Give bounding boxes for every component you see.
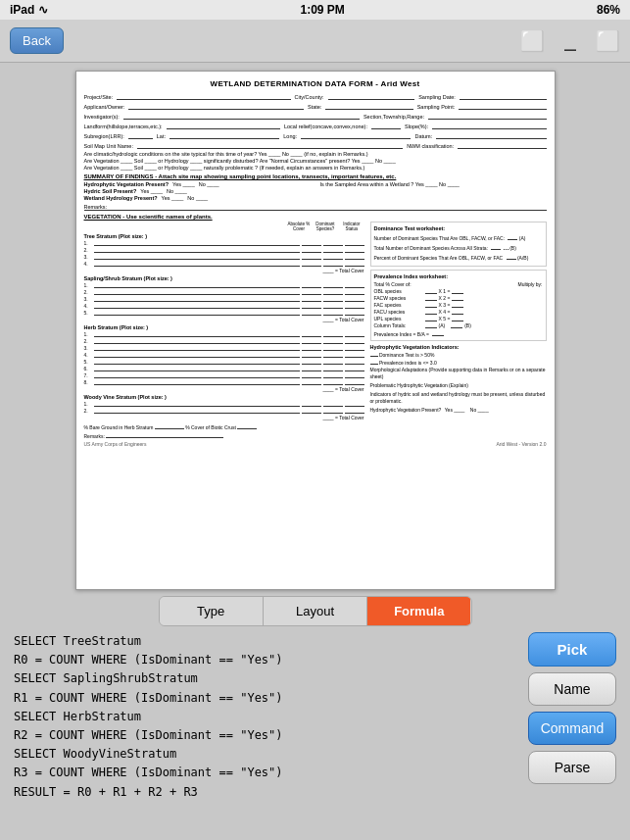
prev-30: Prevalence index is <= 3.0 (379, 360, 437, 366)
formula-line-5: SELECT HerbStratum (14, 708, 518, 726)
formula-line-2: R0 = COUNT WHERE (IsDominant == "Yes") (14, 651, 518, 669)
percent-dominant-text: Percent of Dominant Species That Are OBL… (374, 255, 504, 261)
document-title: WETLAND DETERMINATION DATA FORM - Arid W… (84, 79, 547, 88)
sapling-cover-1 (302, 282, 321, 288)
veg-headers: Absolute % Cover Dominant Species? Indic… (84, 222, 364, 231)
tree-num-1: 1. (84, 240, 92, 246)
climatic-row: Are climatic/hydrologic conditions on th… (84, 151, 547, 157)
hydrophytic-label: Hydrophytic Vegetation Present? (84, 181, 170, 187)
indicators-note: Indicators of hydric soil and wetland hy… (370, 391, 547, 405)
wetland-no: No ____ (187, 195, 208, 201)
formula-line-6: R2 = COUNT WHERE (IsDominant == "Yes") (14, 726, 518, 745)
herb-num-1: 1. (84, 331, 92, 337)
woody-num-2: 2. (84, 408, 92, 414)
sapling-ind-5 (345, 310, 364, 316)
tab-type[interactable]: Type (160, 597, 264, 625)
herb-num-4: 4. (84, 352, 92, 358)
dominance-test-indicator: Dominance Test is > 50% (370, 351, 547, 358)
sapling-row-2: 2. (84, 289, 364, 295)
sapling-dom-1 (323, 282, 343, 288)
sapling-ind-2 (345, 289, 364, 295)
sapling-num-3: 3. (84, 296, 92, 302)
separator-icon[interactable]: ⎯ (564, 29, 576, 52)
tree-dom-3 (323, 254, 343, 260)
dominance-test-title: Dominance Test worksheet: (374, 225, 543, 231)
page-icon[interactable]: ⬜ (520, 29, 545, 53)
command-button[interactable]: Command (528, 712, 616, 745)
name-button[interactable]: Name (528, 672, 616, 706)
wetland-yes: Yes ____ (162, 195, 184, 201)
sampling-point-label: Sampling Point: (417, 104, 456, 110)
woody-vine-title: Woody Vine Stratum (Plot size: ) (84, 394, 364, 400)
sapling-row-3: 3. (84, 296, 364, 302)
tree-row-3: 3. (84, 254, 364, 260)
back-button[interactable]: Back (10, 27, 64, 54)
total-cover-label: Total % Cover of: (374, 281, 412, 287)
sampled-area-label: Is the Sampled Area within a Wetland ? Y… (320, 181, 460, 187)
tree-num-2: 2. (84, 247, 92, 253)
layout-icon[interactable]: ⬜ (596, 29, 620, 53)
veg-problematic-row: Are Vegetation ____ Soil ____ or Hydrolo… (84, 165, 547, 171)
sapling-line-4 (94, 303, 300, 309)
sapling-num-5: 5. (84, 310, 92, 316)
facu-row: FACU species X 4 = (374, 309, 543, 315)
column-totals-label: Column Totals: (374, 322, 423, 328)
sapling-cover-3 (302, 296, 321, 302)
facw-row: FACW species X 2 = (374, 295, 543, 301)
sapling-dom-3 (323, 296, 343, 302)
tree-cover-3 (302, 254, 321, 260)
formula-line-7: SELECT WoodyVineStratum (14, 745, 518, 764)
veg-left-col: Absolute % Cover Dominant Species? Indic… (84, 222, 364, 439)
veg-disturbed-row: Are Vegetation ____ Soil ____ or Hydrolo… (84, 158, 547, 164)
woody-num-1: 1. (84, 401, 92, 407)
veg-section-title: VEGETATION - Use scientific names of pla… (84, 214, 547, 220)
wetland-hydrology-label: Wetland Hydrology Present? (84, 195, 158, 201)
tree-cover-1 (302, 240, 321, 246)
veg-disturbed-text: Are Vegetation ____ Soil ____ or Hydrolo… (84, 158, 396, 164)
nwm-label: NWM classification: (407, 143, 454, 149)
dom-test-50: Dominance Test is > 50% (379, 352, 434, 358)
sampling-point-line (459, 102, 546, 110)
facu-label: FACU species (374, 309, 423, 315)
wifi-icon: ∿ (38, 3, 48, 17)
parse-button[interactable]: Parse (528, 751, 616, 784)
hydric-no: No ____ (167, 188, 187, 194)
sapling-ind-3 (345, 296, 364, 302)
landform-line (167, 122, 280, 129)
abs-cover-header: Absolute % Cover (287, 222, 312, 231)
sapling-cover-2 (302, 289, 321, 295)
veg-two-col: Absolute % Cover Dominant Species? Indic… (84, 222, 547, 439)
local-relief-line (371, 122, 401, 129)
indicator-header: Indicator Status (340, 222, 364, 231)
sapling-cover-4 (302, 303, 321, 309)
tree-row-2: 2. (84, 247, 364, 253)
obl-label: OBL species (374, 288, 423, 294)
tree-total: ____ = Total Cover (84, 268, 364, 273)
herb-row-2: 2. (84, 338, 364, 344)
tab-formula[interactable]: Formula (367, 597, 470, 625)
herb-total: ____ = Total Cover (84, 386, 364, 392)
formula-line-8: R3 = COUNT WHERE (IsDominant == "Yes") (14, 764, 518, 782)
prevalence-index-row: Prevalence Index = B/A = (374, 330, 543, 337)
bio-crust-label: % Cover of Biotic Crust (185, 424, 236, 430)
herb-row-4: 4. (84, 352, 364, 358)
tree-stratum-title: Tree Stratum (Plot size: ) (84, 233, 364, 239)
long-label: Long: (283, 133, 297, 139)
bare-ground-row: % Bare Ground in Herb Stratum % Cover of… (84, 422, 364, 430)
tab-layout[interactable]: Layout (264, 597, 367, 625)
subregion-line (128, 131, 153, 139)
prevalence-index-box: Prevalence Index worksheet: Total % Cove… (370, 270, 547, 341)
sapling-line-1 (94, 282, 300, 288)
sapling-row-5: 5. (84, 310, 364, 316)
tree-row-1: 1. (84, 240, 364, 246)
state-label: State: (308, 104, 321, 110)
tree-row-4: 4. (84, 261, 364, 267)
problematic-hydro-text: Problematic Hydrophytic Vegetation (Expl… (370, 382, 547, 389)
nwm-line (458, 141, 546, 149)
herb-stratum-title: Herb Stratum (Plot size: ) (84, 324, 364, 330)
hydric-soil-label: Hydric Soil Present? (84, 188, 137, 194)
section-line (428, 112, 547, 120)
sampling-date-label: Sampling Date: (418, 94, 456, 100)
pick-button[interactable]: Pick (528, 632, 616, 667)
army-corps-label: US Army Corps of Engineers (84, 441, 147, 447)
